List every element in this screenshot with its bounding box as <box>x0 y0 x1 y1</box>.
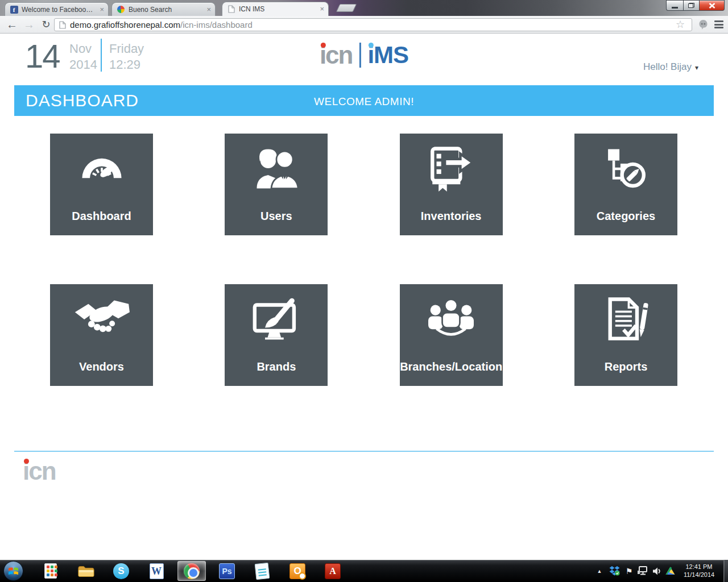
new-tab-button[interactable] <box>336 4 357 12</box>
chrome-menu-button[interactable] <box>714 20 723 28</box>
tile-reports[interactable]: Reports <box>574 284 677 386</box>
people-group-icon <box>425 297 477 342</box>
users-icon <box>250 146 303 192</box>
chevron-down-icon: ▾ <box>695 64 698 72</box>
window-controls <box>666 0 725 11</box>
tab-icn-ims[interactable]: ICN IMS × <box>222 2 329 16</box>
handshake-icon <box>74 297 130 342</box>
date-month-year: Nov 2014 <box>69 41 97 73</box>
taskbar-skype-button[interactable]: S <box>107 561 135 581</box>
photoshop-icon: Ps <box>219 563 235 579</box>
brush-monitor-icon <box>250 297 303 342</box>
taskbar-notes-button[interactable] <box>248 561 276 581</box>
folder-icon <box>77 564 94 579</box>
taskbar-chrome-button[interactable] <box>177 561 206 581</box>
inventory-book-icon <box>425 146 477 192</box>
volume-icon[interactable] <box>652 560 662 582</box>
google-drive-icon[interactable] <box>664 560 676 582</box>
tile-label: Vendors <box>50 360 153 373</box>
tab-bueno-search[interactable]: Bueno Search × <box>111 2 216 16</box>
tile-label: Inventories <box>400 210 503 223</box>
tile-categories[interactable]: Categories <box>574 134 677 235</box>
facebook-icon: f <box>10 5 18 14</box>
ims-blue-dot <box>368 43 373 48</box>
tab-close-icon[interactable]: × <box>100 5 104 14</box>
user-menu[interactable]: Hello! Bijay▾ <box>643 61 698 73</box>
taskbar-outlook-button[interactable]: O <box>283 561 312 581</box>
chrome-icon <box>184 563 200 579</box>
show-desktop-button[interactable] <box>723 560 728 582</box>
category-tree-icon <box>599 146 652 192</box>
url-host: demo.grafioffshorenepal.com <box>70 20 180 30</box>
date-day: 14 <box>25 37 60 75</box>
taskbar-app-grid-button[interactable] <box>36 561 65 581</box>
minimize-button[interactable] <box>666 0 683 11</box>
tile-label: Branches/Location <box>400 360 503 373</box>
icn-red-dot <box>24 459 29 464</box>
browser-tab-strip: f Welcome to Facebook — × Bueno Search ×… <box>0 0 728 16</box>
tab-title: ICN IMS <box>239 5 264 13</box>
app-grid-icon <box>44 563 57 579</box>
tab-facebook[interactable]: f Welcome to Facebook — × <box>5 2 109 16</box>
tile-inventories[interactable]: Inventories <box>400 134 503 235</box>
show-hidden-icons-button[interactable]: ▲ <box>595 560 604 582</box>
icn-logo-text: icn <box>320 41 353 69</box>
dropbox-icon[interactable] <box>609 560 620 582</box>
taskbar-clock[interactable]: 12:41 PM 11/14/2014 <box>678 563 720 579</box>
restore-button[interactable] <box>683 0 700 11</box>
notes-icon <box>255 562 270 579</box>
bueno-icon <box>117 5 125 14</box>
reload-button[interactable]: ↻ <box>39 17 53 32</box>
start-button[interactable] <box>3 561 23 581</box>
weekday-time: Friday 12:29 <box>109 41 144 73</box>
tile-row-2: Vendors Brands <box>50 284 677 386</box>
tile-dashboard[interactable]: Dashboard <box>50 134 153 235</box>
date-month: Nov <box>69 41 97 57</box>
icn-red-dot <box>321 43 326 48</box>
outlook-icon: O <box>289 563 305 579</box>
date-year: 2014 <box>69 57 97 73</box>
taskbar-photoshop-button[interactable]: Ps <box>213 561 241 581</box>
address-bar[interactable]: demo.grafioffshorenepal.com/icn-ims/dash… <box>54 18 692 31</box>
icn-ims-logo: icn iMS <box>320 41 408 69</box>
close-icon <box>708 3 716 9</box>
page-content: 14 Nov 2014 Friday 12:29 icn iMS Hello! … <box>0 34 728 560</box>
clock-time: 12:41 PM <box>678 563 720 571</box>
taskbar-acrobat-button[interactable]: A <box>318 561 347 581</box>
time: 12:29 <box>109 57 144 73</box>
tile-label: Categories <box>574 210 677 223</box>
page-icon <box>227 5 235 14</box>
page-icon <box>59 21 66 29</box>
tile-brands[interactable]: Brands <box>225 284 328 386</box>
bookmark-star-icon[interactable]: ☆ <box>676 18 685 31</box>
tab-close-icon[interactable]: × <box>206 5 211 14</box>
taskbar-word-button[interactable]: W <box>142 561 171 581</box>
screen: f Welcome to Facebook — × Bueno Search ×… <box>0 0 728 582</box>
action-center-flag-icon[interactable]: ⚑ <box>624 560 634 582</box>
tile-users[interactable]: Users <box>225 134 328 235</box>
windows-taskbar: S W Ps O A ▲ <box>0 560 728 582</box>
tile-branches-location[interactable]: Branches/Location <box>400 284 503 386</box>
word-icon: W <box>150 563 164 579</box>
close-button[interactable] <box>700 0 725 11</box>
footer-divider <box>14 451 714 452</box>
taskbar-explorer-button[interactable] <box>72 561 100 581</box>
extension-icon[interactable] <box>698 19 708 32</box>
tab-title: Welcome to Facebook — <box>22 6 96 14</box>
gauge-icon <box>76 146 128 192</box>
network-icon[interactable] <box>637 560 648 582</box>
tab-close-icon[interactable]: × <box>320 5 324 13</box>
logo-divider <box>359 43 361 68</box>
weekday: Friday <box>109 41 144 57</box>
restore-icon <box>688 3 694 8</box>
forward-button[interactable]: → <box>22 17 36 32</box>
greeting-text: Hello! Bijay <box>643 61 692 72</box>
url-path: /icn-ims/dashboard <box>180 20 253 30</box>
tile-vendors[interactable]: Vendors <box>50 284 153 386</box>
tile-row-1: Dashboard Users <box>50 134 677 235</box>
back-button[interactable]: ← <box>5 17 19 32</box>
date-divider <box>101 39 102 72</box>
report-pen-icon <box>599 297 652 342</box>
browser-toolbar: ← → ↻ demo.grafioffshorenepal.com/icn-im… <box>0 16 728 34</box>
minimize-icon <box>672 7 678 9</box>
